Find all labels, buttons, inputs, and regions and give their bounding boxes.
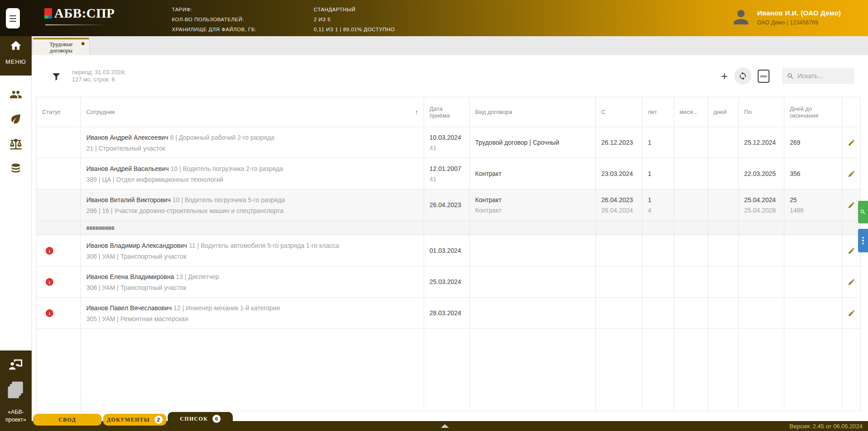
column-header-days-to-end[interactable]: Дней до окончания (784, 97, 842, 127)
pencil-icon (848, 170, 855, 178)
sidebar-item-employees[interactable] (9, 88, 23, 101)
plant-icon (9, 112, 23, 126)
expand-up-chevron-icon[interactable] (441, 424, 449, 428)
table-row[interactable]: i Иванов Андрей Алексеевич6 | Дорожный р… (37, 127, 861, 158)
home-button[interactable] (9, 39, 23, 52)
sidebar-nav (0, 76, 32, 350)
database-icon (9, 162, 22, 175)
column-header-to[interactable]: По (739, 97, 784, 127)
tab-trudovye-dogovory[interactable]: Трудовые договоры (33, 38, 89, 55)
people-icon (9, 88, 23, 101)
date-to: 22.03.2025 (744, 170, 778, 177)
tab-label: Трудовые договоры (49, 41, 72, 54)
plan-labels: ТАРИФ: КОЛ-ВО ПОЛЬЗОВАТЕЛЕЙ: ХРАНИЛИЩЕ Д… (172, 5, 257, 34)
table-row[interactable]: i Иванов Андрей Васильевич10 | Водитель … (37, 158, 861, 189)
sidebar-bottom-section: «АБВ- проект» (0, 350, 32, 431)
column-header-employee[interactable]: Сотрудник↑ (81, 97, 424, 127)
date-from: 26.04.2023 (601, 196, 637, 204)
employee-position: 10 | Водитель погрузчика 5-го разряда (172, 196, 285, 204)
years: 1 (648, 170, 668, 177)
hamburger-menu-button[interactable] (6, 8, 20, 28)
edit-button[interactable] (848, 201, 855, 209)
content-panel: период: 31.03.2024; 127 мс, строк: 6 + x… (32, 55, 868, 421)
table-row[interactable]: i Иванов Владимир Александрович11 | Води… (37, 235, 861, 266)
sidebar-menu-section: МЕНЮ (0, 36, 32, 76)
employee-name: Иванов Виталий Викторович (86, 196, 170, 204)
column-header-contract-kind[interactable]: Вид договора (470, 97, 596, 127)
sidebar-item-database[interactable] (9, 162, 22, 175)
edge-search-button[interactable] (858, 201, 868, 223)
group-row-label: ввввввввв (81, 221, 424, 235)
empty-table-area (37, 329, 861, 411)
app-logo: АБВ:СПР (44, 5, 115, 21)
home-icon (9, 39, 23, 52)
column-header-actions (842, 97, 861, 127)
filter-stats: 127 мс, строк: 6 (72, 76, 126, 83)
copy-icon (6, 380, 25, 401)
column-header-days[interactable]: дней (708, 97, 739, 127)
add-button[interactable]: + (721, 71, 728, 81)
contract-kind: Трудовой договор | Срочный (475, 139, 590, 146)
employee-name: Иванов Владимир Александрович (86, 242, 187, 249)
sort-ascending-icon[interactable]: ↑ (415, 109, 418, 116)
column-header-from[interactable]: С (596, 97, 642, 127)
version-text: Версия: 2.45 от 06.05.2024 (789, 423, 863, 430)
tab-spisok-active[interactable]: СПИСОК6 (168, 412, 233, 426)
top-tabstrip: Трудовые договоры (32, 36, 868, 55)
days-to-end: 25 (790, 196, 836, 204)
column-header-hire-date[interactable]: Дата приёма (424, 97, 470, 127)
more-dots-icon (862, 237, 864, 239)
logo-underline (45, 24, 108, 25)
filter-button[interactable] (52, 73, 61, 81)
date-to: 25.04.2024 (744, 196, 778, 204)
edit-button[interactable] (848, 247, 855, 255)
app-header: АБВ:СПР ТАРИФ: КОЛ-ВО ПОЛЬЗОВАТЕЛЕЙ: ХРА… (0, 0, 868, 36)
days-to-end: 356 (790, 170, 836, 177)
table-row[interactable]: i Иванов Елена Владимировна13 | Диспетче… (37, 266, 861, 298)
hire-date: 10.03.2024 (429, 134, 464, 141)
xlsx-icon: xlsx (760, 74, 767, 78)
table-header-row: Статус Сотрудник↑ Дата приёма Вид догово… (37, 97, 861, 127)
tab-svod[interactable]: СВОД (33, 414, 102, 426)
user-profile-button[interactable]: Иванов И.И. (ОАО Демо) ОАО Демо | 123456… (730, 6, 841, 28)
edit-button[interactable] (848, 139, 855, 147)
sidebar-item-eco[interactable] (9, 112, 23, 126)
search-input[interactable] (797, 72, 851, 80)
presenter-icon (7, 357, 24, 372)
column-header-years[interactable]: лет (642, 97, 674, 127)
storage-value: 0,11 ИЗ 1 | 89,01% ДОСТУПНО (314, 24, 395, 34)
hire-date: 01.03.2024 (429, 247, 464, 254)
edge-more-options-button[interactable] (858, 229, 868, 252)
edit-button[interactable] (848, 170, 855, 178)
table-row[interactable]: i Иванов Виталий Викторович10 | Водитель… (37, 189, 861, 221)
copy-button[interactable] (6, 380, 25, 401)
user-name: Иванов И.И. (ОАО Демо) (757, 9, 841, 17)
pencil-icon (848, 278, 855, 286)
sidebar: МЕНЮ «АБВ- проект» (0, 36, 32, 431)
toolbar: период: 31.03.2024; 127 мс, строк: 6 + x… (32, 55, 868, 97)
employee-position: 6 | Дорожный рабочий 2-го разряда (170, 134, 274, 141)
refresh-button[interactable] (734, 67, 751, 85)
employee-position: 12 | Инженер-механик 1-й категории (174, 304, 280, 312)
pencil-icon (848, 139, 855, 147)
user-org: ОАО Демо | 123456789 (757, 19, 841, 26)
search-box[interactable] (782, 68, 854, 84)
docs-count-badge: 2 (155, 416, 163, 424)
column-header-status[interactable]: Статус (37, 97, 81, 127)
table-row[interactable]: i Иванов Павел Вячеславович12 | Инженер-… (37, 298, 861, 329)
sidebar-item-legal[interactable] (9, 137, 23, 151)
years: 1 (648, 139, 668, 146)
contracts-table: Статус Сотрудник↑ Дата приёма Вид догово… (36, 97, 861, 411)
error-status-icon: i (46, 247, 53, 255)
group-row[interactable]: ввввввввв (37, 221, 861, 235)
edit-button[interactable] (848, 278, 855, 286)
contract-kind: Контракт (475, 170, 590, 177)
tab-dokumenty[interactable]: ДОКУМЕНТЫ2 (103, 414, 166, 426)
export-xlsx-button[interactable]: xlsx (758, 70, 769, 83)
pencil-icon (848, 309, 855, 317)
column-header-months[interactable]: меся... (674, 97, 708, 127)
edit-button[interactable] (848, 309, 855, 317)
error-status-icon: i (46, 278, 53, 286)
pencil-icon (848, 201, 855, 209)
training-button[interactable] (7, 357, 24, 372)
